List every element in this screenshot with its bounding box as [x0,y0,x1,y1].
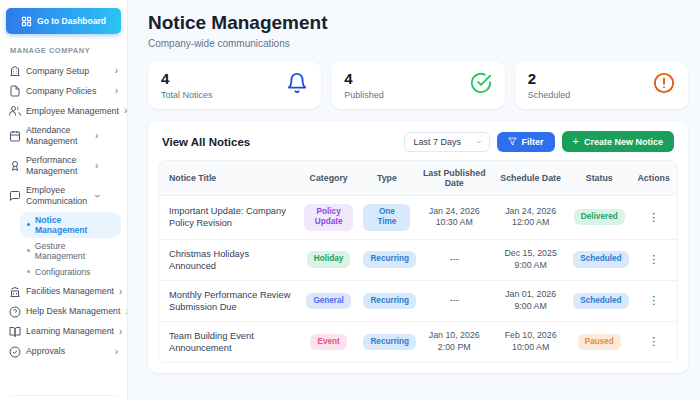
sidebar-item-label: Employee Management [26,106,119,117]
alert-circle-icon [653,72,675,98]
bell-icon [286,72,308,98]
schedule-date: Dec 15, 2025 9:00 AM [493,240,568,279]
date-range-select[interactable]: Last 7 Days › [404,132,490,152]
sidebar-item-company-policies[interactable]: Company Policies › [6,81,121,101]
status-badge: Scheduled [573,251,628,267]
plus-icon: + [573,136,579,147]
app-window: Go to Dashboard MANAGE COMPANY Company S… [0,0,700,400]
last-published-date: --- [415,246,493,273]
help-icon [9,306,21,318]
type-badge: One Time [363,204,410,231]
sidebar-item-learning-management[interactable]: Learning Management › [6,322,121,342]
grid-icon [21,16,32,27]
sidebar-item-attendance-management[interactable]: Attendance Management › [6,121,121,151]
chevron-right-icon: › [115,347,118,357]
category-badge: General [306,293,351,309]
status-badge: Scheduled [573,293,628,309]
people-icon [9,105,21,117]
sidebar-item-facilities-management[interactable]: Facilities Management › [6,282,121,302]
sidebar-subitem-label: Gesture Management [35,241,114,261]
row-actions-menu-button[interactable]: ⋮ [644,293,663,308]
row-actions-menu-button[interactable]: ⋮ [644,252,663,267]
column-header-last-published-date: Last Published Date [415,161,493,195]
go-to-dashboard-label: Go to Dashboard [37,16,106,26]
chevron-right-icon: › [95,161,98,171]
document-icon [9,85,21,97]
sidebar-item-performance-management[interactable]: Performance Management › [6,151,121,181]
sidebar: Go to Dashboard MANAGE COMPANY Company S… [0,0,128,400]
schedule-date: Feb 10, 2026 10:00 AM [493,322,568,361]
column-header-notice-title: Notice Title [159,166,299,190]
notice-title: Team Building Event Announcement [159,322,299,362]
sidebar-item-label: Company Policies [26,86,110,97]
stat-value: 4 [161,70,213,87]
table-row: Monthly Performance Review Submission Du… [159,280,677,321]
create-new-notice-button[interactable]: + Create New Notice [562,131,674,152]
stat-label: Published [344,90,384,100]
last-published-date: --- [415,287,493,314]
row-actions-menu-button[interactable]: ⋮ [644,210,663,225]
last-published-date: Jan 24, 2026 10:30 AM [415,198,493,237]
building-icon [9,65,21,77]
column-header-actions: Actions [630,166,677,190]
check-circle-icon [470,72,492,98]
sidebar-section-label: MANAGE COMPANY [10,46,117,55]
sidebar-subitem-notice-management[interactable]: Notice Management [20,212,121,238]
stat-card-published: 4 Published [331,61,504,109]
chevron-right-icon: › [124,106,127,116]
chat-icon [9,190,21,202]
page-title: Notice Management [148,12,688,34]
category-badge: Policy Update [304,204,354,231]
create-button-label: Create New Notice [584,137,663,147]
bank-icon [9,286,21,298]
chevron-right-icon: › [119,327,122,337]
chevron-right-icon: › [115,86,118,96]
funnel-icon [508,137,517,146]
chevron-right-icon: › [115,66,118,76]
table-row: Christmas Holidays Announced Holiday Rec… [159,239,677,280]
table-row: Important Update: Company Policy Revisio… [159,195,677,239]
chevron-right-icon: › [119,287,122,297]
sidebar-subitem-gesture-management[interactable]: Gesture Management [20,238,121,264]
filter-button[interactable]: Filter [497,132,555,152]
stat-label: Total Notices [161,90,213,100]
calendar-icon [9,130,21,142]
stat-card-scheduled: 2 Scheduled [515,61,688,109]
bullet-dot-icon [27,270,30,273]
sidebar-item-label: Company Setup [26,66,110,77]
stat-label: Scheduled [528,90,571,100]
sidebar-item-company-setup[interactable]: Company Setup › [6,61,121,81]
chevron-down-icon: › [92,194,102,197]
bullet-dot-icon [27,223,30,226]
sidebar-item-employee-communication[interactable]: Employee Communication › [6,181,121,211]
column-header-status: Status [568,166,630,190]
status-badge: Delivered [574,209,625,225]
sidebar-item-label: Employee Communication [26,185,90,207]
sidebar-item-approvals[interactable]: Approvals › [6,342,121,362]
go-to-dashboard-button[interactable]: Go to Dashboard [6,8,121,34]
sidebar-item-employee-management[interactable]: Employee Management › [6,101,121,121]
sidebar-item-label: Facilities Management [26,286,114,297]
stat-value: 4 [344,70,384,87]
sidebar-item-label: Performance Management [26,155,90,177]
column-header-type: Type [358,166,415,190]
chevron-right-icon: › [95,131,98,141]
sidebar-subitem-configurations[interactable]: Configurations [20,264,121,280]
row-actions-menu-button[interactable]: ⋮ [644,334,663,349]
sidebar-divider [10,395,117,396]
bullet-dot-icon [27,249,30,252]
main-content: Notice Management Company-wide communica… [128,0,700,400]
panel-title: View All Notices [162,136,250,148]
sidebar-item-label: Attendance Management [26,125,90,147]
sidebar-item-help-desk-management[interactable]: Help Desk Management › [6,302,121,322]
notice-title: Important Update: Company Policy Revisio… [159,197,299,237]
page-subtitle: Company-wide communications [148,38,688,49]
schedule-date: Jan 01, 2026 9:00 AM [493,281,568,320]
date-range-value: Last 7 Days [414,137,462,147]
view-all-notices-panel: View All Notices Last 7 Days › Filter + [148,121,688,373]
schedule-date: Jan 24, 2026 12:00 AM [493,198,568,237]
column-header-schedule-date: Schedule Date [493,166,568,190]
filter-button-label: Filter [522,137,544,147]
type-badge: Recurring [363,251,416,267]
last-published-date: Jan 10, 2026 2:00 PM [415,322,493,361]
